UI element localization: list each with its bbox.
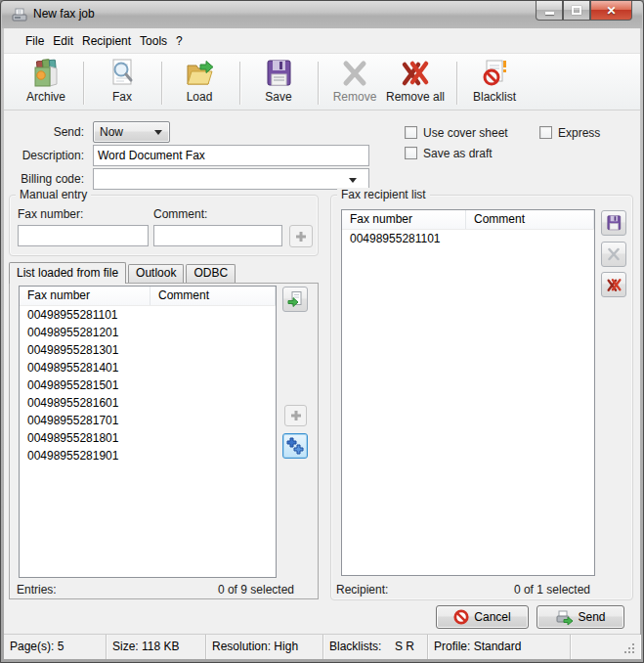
recipient-table: Fax number Comment 00498955281101 [341, 209, 595, 576]
table-cell [150, 394, 276, 412]
save-button[interactable]: Save [241, 57, 316, 108]
table-row[interactable]: 00498955281101 [342, 230, 594, 247]
cancel-button[interactable]: Cancel [436, 605, 529, 629]
save-as-draft-label: Save as draft [423, 147, 493, 160]
status-size: Size: 118 KB [107, 635, 206, 659]
toolbar-button-label: Save [241, 90, 316, 104]
maximize-button[interactable] [563, 1, 590, 21]
load-icon [184, 58, 215, 89]
fax-preview-button[interactable]: Fax [86, 57, 158, 108]
remove-recipient-button[interactable] [601, 242, 626, 267]
express-checkbox[interactable] [539, 126, 552, 139]
manual-entry-title: Manual entry [16, 188, 91, 201]
resize-grip[interactable] [623, 642, 636, 655]
remove-all-recipients-button[interactable] [601, 272, 626, 297]
load-list-from-file-button[interactable] [282, 287, 308, 312]
minimize-button[interactable] [536, 1, 563, 21]
billing-code-combo[interactable] [93, 168, 369, 190]
toolbar-separator [456, 62, 457, 105]
status-resolution: Resolution: High [206, 635, 323, 659]
send-button[interactable]: Send [537, 605, 624, 629]
send-value: Now [100, 125, 123, 139]
billing-code-label: Billing code: [9, 172, 84, 186]
table-cell: 00498955281801 [20, 429, 150, 447]
manual-add-button[interactable] [289, 225, 313, 247]
maximize-icon [572, 6, 581, 15]
table-cell [150, 376, 276, 394]
load-button[interactable]: Load [162, 57, 236, 108]
column-header-comment[interactable]: Comment [150, 287, 276, 305]
table-header: Fax number Comment [20, 287, 276, 306]
tab-list-loaded-from-file[interactable]: List loaded from file [9, 262, 126, 284]
table-row[interactable]: 00498955281101 [20, 306, 276, 324]
new-fax-job-window: New fax job ✕ File Edit Recipient Tools … [0, 0, 644, 663]
archive-button[interactable]: Archive [10, 57, 82, 108]
double-plus-icon [286, 437, 304, 455]
send-dropdown[interactable]: Now [93, 121, 170, 143]
save-as-draft-checkbox[interactable] [405, 147, 417, 159]
remove-all-x-icon [606, 277, 623, 293]
add-selected-button[interactable] [284, 405, 307, 426]
remove-all-button[interactable]: Remove all [376, 57, 454, 108]
table-cell: 00498955281601 [20, 394, 150, 412]
use-cover-sheet-label: Use cover sheet [423, 126, 508, 140]
menu-tools[interactable]: Tools [136, 31, 171, 51]
archive-icon [30, 58, 62, 89]
description-input[interactable] [93, 145, 369, 166]
column-header-comment[interactable]: Comment [466, 210, 594, 229]
tab-odbc[interactable]: ODBC [186, 264, 236, 283]
menu-recipient[interactable]: Recipient [78, 31, 135, 51]
column-header-fax-number[interactable]: Fax number [20, 287, 150, 305]
description-label: Description: [9, 149, 84, 162]
toolbar-button-label: Load [162, 90, 236, 104]
use-cover-sheet-checkbox[interactable] [405, 126, 417, 139]
fax-app-icon[interactable] [12, 7, 27, 22]
table-cell [150, 341, 276, 359]
recipient-rows: 00498955281101 [342, 230, 594, 247]
send-label: Send: [9, 125, 84, 139]
table-row[interactable]: 00498955281501 [20, 376, 276, 394]
add-all-button[interactable] [282, 433, 308, 459]
table-row[interactable]: 00498955281801 [20, 429, 276, 447]
manual-fax-number-input[interactable] [18, 225, 149, 246]
table-cell [150, 359, 276, 376]
blacklist-button[interactable]: Blacklist [459, 57, 530, 108]
tab-outlook[interactable]: Outlook [128, 264, 184, 283]
table-row[interactable]: 00498955281701 [20, 412, 276, 429]
file-list-selection-status: 0 of 9 selected [218, 583, 294, 597]
fax-recipient-list-title: Fax recipient list [337, 188, 430, 201]
table-cell [150, 429, 276, 447]
chevron-down-icon [154, 130, 162, 135]
toolbar-separator [83, 62, 84, 105]
close-button[interactable]: ✕ [590, 1, 632, 21]
toolbar-button-label: Blacklist [459, 90, 530, 104]
titlebar[interactable]: New fax job ✕ [2, 1, 642, 28]
status-profile: Profile: Standard [428, 635, 571, 659]
remove-x-icon [606, 246, 622, 262]
save-recipient-list-button[interactable] [601, 210, 626, 236]
table-header: Fax number Comment [342, 210, 594, 230]
table-cell [466, 230, 594, 247]
remove-all-icon [400, 58, 431, 89]
menu-edit[interactable]: Edit [49, 31, 77, 51]
manual-comment-input[interactable] [153, 225, 282, 246]
status-blacklists: Blacklists: S R [323, 635, 428, 659]
menu-file[interactable]: File [21, 31, 48, 51]
save-icon [263, 58, 294, 89]
status-blacklists-value: S R [395, 635, 414, 659]
table-row[interactable]: 00498955281301 [20, 341, 276, 359]
file-list-table: Fax number Comment 004989552811010049895… [19, 286, 277, 578]
send-fax-icon [555, 608, 573, 626]
recipient-count-label: Recipient: [336, 583, 388, 597]
table-cell: 00498955281201 [20, 324, 150, 341]
table-row[interactable]: 00498955281401 [20, 359, 276, 376]
status-pages: Page(s): 5 [4, 635, 107, 659]
table-cell [150, 412, 276, 429]
table-row[interactable]: 00498955281601 [20, 394, 276, 412]
menu-help[interactable]: ? [172, 31, 187, 51]
table-row[interactable]: 00498955281901 [20, 447, 276, 464]
table-cell: 00498955281101 [342, 230, 466, 247]
table-cell [150, 324, 276, 341]
column-header-fax-number[interactable]: Fax number [342, 210, 466, 229]
table-row[interactable]: 00498955281201 [20, 324, 276, 341]
